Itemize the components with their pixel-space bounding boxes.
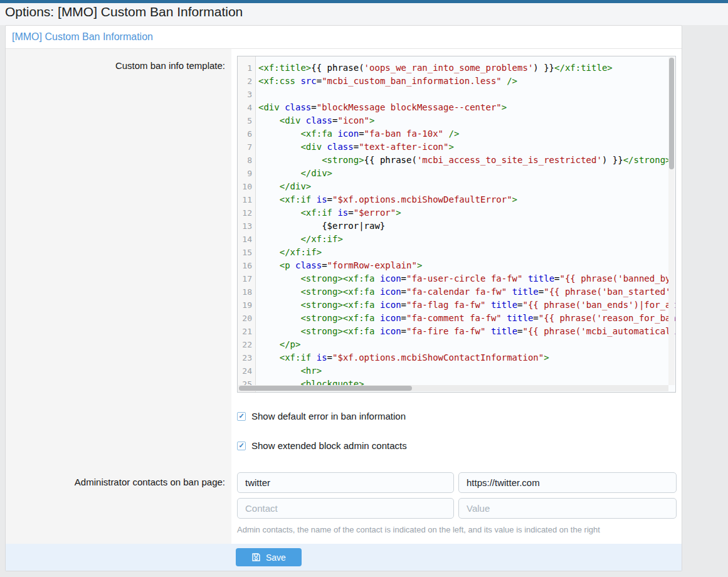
template-label-cell: Custom ban info template: [6,49,231,405]
line-number: 8 [238,154,252,167]
code-line: <strong>{{ phrase('mcbi_access_to_site_i… [258,154,675,167]
line-number: 3 [238,88,252,101]
line-number: 2 [238,75,252,88]
line-number: 7 [238,140,252,154]
code-line: <xf:fa icon="fa-ban fa-10x" /> [258,127,675,140]
code-line: <xf:if is="$xf.options.mcbiShowDefaultEr… [258,193,675,206]
code-line: <hr> [258,364,675,378]
panel-header: [MMO] Custom Ban Information [6,26,682,49]
options-form: Custom ban info template: 12345678910111… [6,49,682,544]
form-row-show-default-error: ✓ Show default error in ban information [6,405,682,435]
form-row-admin-contacts: Administrator contacts on ban page: Admi… [6,464,682,539]
code-line: {$error|raw} [258,220,675,233]
line-number: 13 [238,220,252,233]
save-floppy-icon [251,553,261,562]
code-line: <xf:if is="$error"> [258,206,675,220]
contact-value-input-1[interactable] [458,472,677,493]
line-number: 17 [238,272,252,285]
contact-name-input-1[interactable] [237,472,454,493]
line-number: 22 [238,338,252,351]
admin-contacts-label: Administrator contacts on ban page: [75,477,225,487]
line-number: 18 [238,285,252,299]
line-number: 24 [238,364,252,378]
page-header: Options: [MMO] Custom Ban Information [0,3,728,25]
options-panel: [MMO] Custom Ban Information Custom ban … [5,25,682,571]
vertical-scrollbar-thumb[interactable] [669,58,674,169]
code-line: </p> [258,338,675,351]
contact-name-input-2[interactable] [237,498,454,519]
panel-footer: Save [6,544,682,571]
line-number: 9 [238,167,252,180]
admin-contacts-explain: Admin contacts, the name of the contact … [237,525,682,534]
template-label: Custom ban info template: [115,60,225,71]
show-extended-contacts-checkbox[interactable]: ✓ [237,442,246,450]
checkmark-icon: ✓ [238,413,244,420]
editor-horizontal-scrollbar[interactable] [238,385,668,391]
panel-title: [MMO] Custom Ban Information [12,31,153,42]
editor-gutter: 1234567891011121314151617181920212223242… [238,56,256,392]
code-line: <p class="formRow-explain"> [258,259,675,272]
code-line: <div class="blockMessage blockMessage--c… [258,101,675,114]
line-number: 4 [238,101,252,114]
line-number: 5 [238,114,252,127]
code-line: <div class="icon"> [258,114,675,127]
code-editor[interactable]: 1234567891011121314151617181920212223242… [237,56,676,393]
line-number: 11 [238,193,252,206]
show-extended-contacts-option[interactable]: ✓ Show extended block admin contacts [237,440,682,451]
line-number: 6 [238,127,252,140]
line-number: 12 [238,206,252,220]
template-control-cell: 1234567891011121314151617181920212223242… [231,49,682,405]
line-number: 14 [238,233,252,246]
line-number: 16 [238,259,252,272]
code-line: <strong><xf:fa icon="fa-comment fa-fw" t… [258,312,675,325]
code-line: <strong><xf:fa icon="fa-fire fa-fw" titl… [258,325,675,338]
code-line: <xf:title>{{ phrase('oops_we_ran_into_so… [258,61,675,75]
code-line [258,88,675,101]
line-number: 21 [238,325,252,338]
line-number: 19 [238,299,252,312]
code-line: <strong><xf:fa icon="fa-flag fa-fw" titl… [258,299,675,312]
show-extended-contacts-label[interactable]: Show extended block admin contacts [251,440,407,451]
code-line: </div> [258,167,675,180]
code-line: </div> [258,180,675,193]
code-line: <strong><xf:fa icon="fa-calendar fa-fw" … [258,285,675,299]
code-line: <strong><xf:fa icon="fa-user-circle fa-f… [258,272,675,285]
line-number: 10 [238,180,252,193]
form-row-template: Custom ban info template: 12345678910111… [6,49,682,405]
show-default-error-label[interactable]: Show default error in ban information [251,411,406,421]
editor-code[interactable]: <xf:title>{{ phrase('oops_we_ran_into_so… [256,56,675,392]
save-button-label: Save [266,553,286,563]
line-number: 23 [238,351,252,364]
form-row-show-extended-contacts: ✓ Show extended block admin contacts [6,435,682,464]
code-line: <div class="text-after-icon"> [258,140,675,154]
horizontal-scrollbar-thumb[interactable] [239,386,412,391]
admin-contacts-grid [237,472,682,519]
code-line: <xf:if is="$xf.options.mcbiShowContactIn… [258,351,675,364]
code-line: <xf:css src="mcbi_custom_ban_information… [258,75,675,88]
line-number: 20 [238,312,252,325]
save-button[interactable]: Save [236,548,302,566]
show-default-error-option[interactable]: ✓ Show default error in ban information [237,411,682,421]
code-line: </xf:if> [258,233,675,246]
page-title: Options: [MMO] Custom Ban Information [5,4,728,19]
editor-vertical-scrollbar[interactable] [668,57,675,385]
line-number: 1 [238,61,252,75]
checkmark-icon: ✓ [238,442,244,449]
line-number: 15 [238,246,252,259]
code-line: </xf:if> [258,246,675,259]
contact-value-input-2[interactable] [458,498,677,519]
show-default-error-checkbox[interactable]: ✓ [237,412,246,421]
